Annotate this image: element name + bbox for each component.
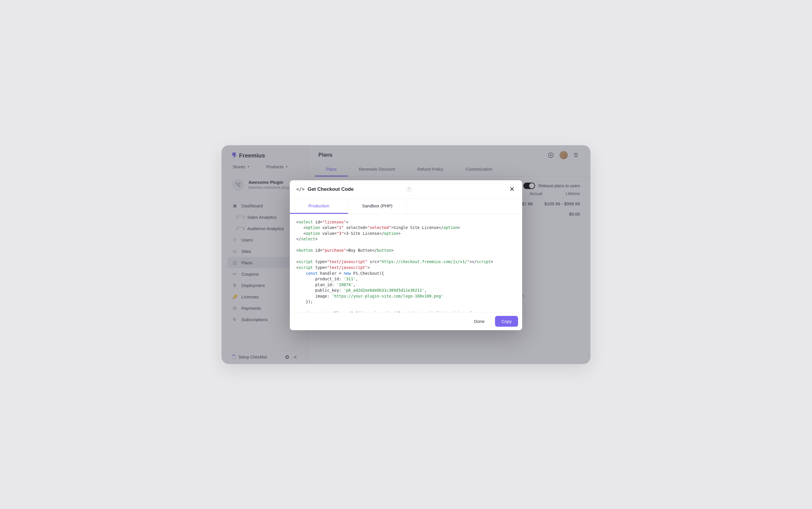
modal-tabs: Production Sandbox (PHP) (290, 199, 522, 214)
code-block[interactable]: <select id="licenses"> <option value="1"… (290, 214, 522, 312)
modal-overlay[interactable]: </> Get Checkout Code ? ✕ Production San… (222, 145, 590, 364)
modal-title: Get Checkout Code (307, 186, 404, 192)
app-window: Freemius Stores▼ Products▼ Awesome Plugi… (222, 145, 590, 364)
close-button[interactable]: ✕ (508, 185, 516, 193)
copy-button[interactable]: Copy (495, 316, 518, 327)
code-icon: </> (296, 186, 305, 192)
help-icon[interactable]: ? (406, 187, 412, 192)
checkout-code-modal: </> Get Checkout Code ? ✕ Production San… (290, 180, 522, 330)
code-content: <select id="licenses"> <option value="1"… (296, 219, 513, 312)
tab-sandbox[interactable]: Sandbox (PHP) (348, 199, 407, 214)
modal-footer: Done Copy (290, 312, 522, 330)
tab-production[interactable]: Production (290, 199, 348, 214)
modal-header: </> Get Checkout Code ? ✕ (290, 180, 522, 199)
done-button[interactable]: Done (467, 316, 491, 327)
